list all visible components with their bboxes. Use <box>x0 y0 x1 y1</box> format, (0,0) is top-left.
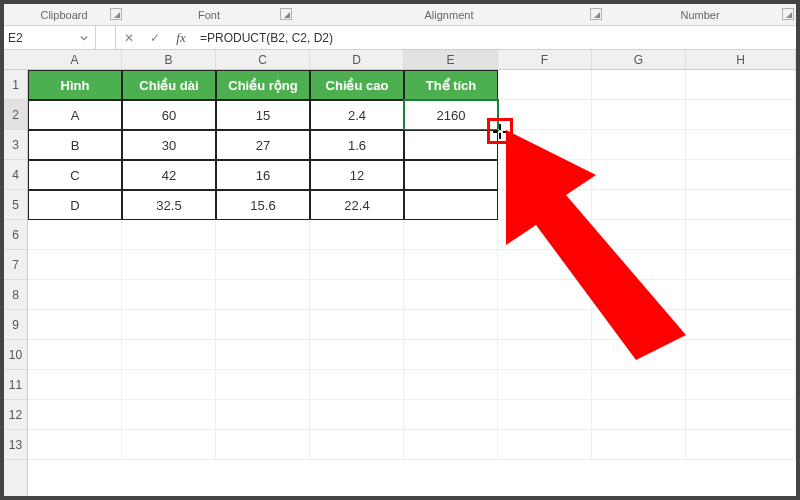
cell[interactable] <box>498 430 592 460</box>
cell[interactable] <box>592 220 686 250</box>
cell[interactable] <box>404 250 498 280</box>
cell[interactable] <box>498 280 592 310</box>
cell[interactable] <box>310 220 404 250</box>
cell[interactable] <box>592 310 686 340</box>
cell[interactable]: 27 <box>216 130 310 160</box>
cell[interactable] <box>122 400 216 430</box>
cell[interactable] <box>592 340 686 370</box>
cell[interactable] <box>404 370 498 400</box>
cancel-button[interactable]: ✕ <box>116 26 142 49</box>
cell[interactable]: C <box>28 160 122 190</box>
cell[interactable] <box>216 430 310 460</box>
cell[interactable] <box>592 370 686 400</box>
cell[interactable]: 32.5 <box>122 190 216 220</box>
row-header[interactable]: 13 <box>4 430 27 460</box>
cell[interactable] <box>28 280 122 310</box>
cell[interactable] <box>686 340 796 370</box>
cell[interactable] <box>498 400 592 430</box>
cell[interactable] <box>122 310 216 340</box>
cell[interactable] <box>404 190 498 220</box>
column-header[interactable]: F <box>498 50 592 69</box>
cell[interactable] <box>686 310 796 340</box>
cell[interactable] <box>404 160 498 190</box>
cell[interactable] <box>28 370 122 400</box>
cell[interactable]: 42 <box>122 160 216 190</box>
enter-button[interactable]: ✓ <box>142 26 168 49</box>
insert-function-button[interactable]: fx <box>168 26 194 49</box>
cell[interactable] <box>28 310 122 340</box>
cell[interactable] <box>310 250 404 280</box>
cell[interactable] <box>592 280 686 310</box>
row-header[interactable]: 5 <box>4 190 27 220</box>
cell[interactable] <box>122 340 216 370</box>
cell[interactable] <box>686 190 796 220</box>
cell[interactable] <box>592 430 686 460</box>
row-header[interactable]: 4 <box>4 160 27 190</box>
cell[interactable]: 1.6 <box>310 130 404 160</box>
dialog-launcher-icon[interactable] <box>590 8 602 20</box>
cell[interactable] <box>404 220 498 250</box>
cell[interactable] <box>404 340 498 370</box>
row-header[interactable]: 7 <box>4 250 27 280</box>
row-header[interactable]: 3 <box>4 130 27 160</box>
cell[interactable] <box>28 250 122 280</box>
cell[interactable]: 15 <box>216 100 310 130</box>
table-header-cell[interactable]: Chiều cao <box>310 70 404 100</box>
cell[interactable]: 60 <box>122 100 216 130</box>
cell[interactable] <box>592 130 686 160</box>
cell[interactable] <box>686 70 796 100</box>
cell[interactable] <box>592 70 686 100</box>
row-header[interactable]: 11 <box>4 370 27 400</box>
cell[interactable]: B <box>28 130 122 160</box>
cell-active[interactable]: 2160 <box>404 100 498 130</box>
column-header[interactable]: E <box>404 50 498 69</box>
row-header[interactable]: 2 <box>4 100 27 130</box>
cell[interactable]: 12 <box>310 160 404 190</box>
cell[interactable]: 16 <box>216 160 310 190</box>
cell[interactable] <box>216 340 310 370</box>
cell[interactable] <box>404 310 498 340</box>
cell[interactable] <box>686 130 796 160</box>
cell[interactable] <box>686 160 796 190</box>
cell[interactable] <box>404 130 498 160</box>
cell[interactable] <box>28 400 122 430</box>
name-box[interactable]: E2 <box>4 26 96 49</box>
row-header[interactable]: 12 <box>4 400 27 430</box>
cell[interactable] <box>592 160 686 190</box>
cell[interactable] <box>216 310 310 340</box>
cell[interactable] <box>310 280 404 310</box>
cell[interactable] <box>498 190 592 220</box>
cell[interactable] <box>216 400 310 430</box>
cell[interactable] <box>498 70 592 100</box>
cell[interactable] <box>404 280 498 310</box>
cell[interactable] <box>310 430 404 460</box>
cell[interactable] <box>122 220 216 250</box>
cell[interactable]: 22.4 <box>310 190 404 220</box>
cell[interactable] <box>686 220 796 250</box>
cell[interactable] <box>498 370 592 400</box>
table-header-cell[interactable]: Hình <box>28 70 122 100</box>
cell[interactable] <box>686 250 796 280</box>
column-header[interactable]: D <box>310 50 404 69</box>
table-header-cell[interactable]: Chiều rộng <box>216 70 310 100</box>
row-header[interactable]: 9 <box>4 310 27 340</box>
row-header[interactable]: 10 <box>4 340 27 370</box>
cell[interactable] <box>686 280 796 310</box>
cell[interactable] <box>122 430 216 460</box>
cell[interactable] <box>498 310 592 340</box>
cell[interactable] <box>28 430 122 460</box>
cell[interactable] <box>592 100 686 130</box>
dialog-launcher-icon[interactable] <box>280 8 292 20</box>
row-header[interactable]: 1 <box>4 70 27 100</box>
cell[interactable] <box>592 190 686 220</box>
cell[interactable] <box>498 160 592 190</box>
cell[interactable] <box>498 250 592 280</box>
row-header[interactable]: 8 <box>4 280 27 310</box>
dialog-launcher-icon[interactable] <box>782 8 794 20</box>
table-header-cell[interactable]: Thể tích <box>404 70 498 100</box>
cell[interactable] <box>216 370 310 400</box>
cell[interactable] <box>216 280 310 310</box>
cell[interactable]: 15.6 <box>216 190 310 220</box>
cell[interactable] <box>404 430 498 460</box>
cell[interactable] <box>498 340 592 370</box>
